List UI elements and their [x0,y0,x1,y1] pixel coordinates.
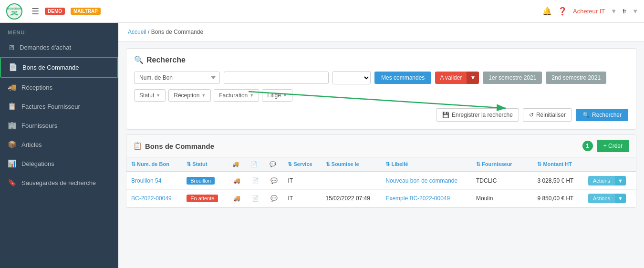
actions-group-0: Actions ▼ [588,176,631,186]
language-selector[interactable]: fr [623,8,626,15]
logo: BOOMERANG WEB [6,3,23,20]
breadcrumb: Accueil / Bons de Commande [118,23,644,41]
sidebar-item-fournisseurs[interactable]: 🏢 Fournisseurs [0,116,118,135]
breadcrumb-current: Bons de Commande [151,29,203,35]
search-field-select[interactable]: Num. de Bon [134,72,220,84]
notification-icon[interactable]: 🔔 [542,7,552,16]
svg-text:WEB: WEB [11,10,17,13]
msg-icon-row1: 💬 [270,195,278,202]
enregistrer-button[interactable]: 💾 Enregistrer la recherche [436,108,519,122]
th-soumise-le[interactable]: ⇅ Soumise le [321,157,381,172]
sidebar-item-delegations[interactable]: 📊 Délégations [0,154,118,173]
facturation-arrow-icon: ▼ [249,93,254,98]
sidebar-item-sauvegardes[interactable]: 🔖 Sauvegardes de recherche [0,173,118,192]
th-libelle[interactable]: ⇅ Libellé [381,157,471,172]
cell-libelle-0: Nouveau bon de commande [381,172,471,190]
data-table: ⇅ Num. de Bon ⇅ Statut 🚚 📄 [126,157,636,207]
1er-semestre-button[interactable]: 1er semestre 2021 [483,72,542,84]
msg-col-icon: 💬 [270,161,276,167]
actions-button-1[interactable]: Actions [588,194,615,203]
table-title-icon: 📋 [133,142,142,150]
2nd-semestre-button[interactable]: 2nd semestre 2021 [546,72,606,84]
libelle-link-0[interactable]: Nouveau bon de commande [385,177,457,184]
filter-reception-button[interactable]: Réception ▼ [168,89,211,102]
th-service[interactable]: ⇅ Service [283,157,321,172]
a-valider-group: A valider ▼ [435,72,479,84]
cell-truck-1: 🚚 [228,190,246,207]
search-value-select[interactable] [332,71,371,84]
creer-button[interactable]: + Créer [597,140,629,152]
th-empty [522,157,532,172]
search-btn-icon: 🔍 [582,112,590,118]
truck-icon-row0: 🚚 [233,177,240,184]
search-title: 🔍 Recherche [134,55,628,64]
reception-arrow-icon: ▼ [201,93,206,98]
doc-icon-row1: 📄 [252,195,259,202]
user-menu[interactable]: Acheteur IT [573,8,605,15]
filter-litige-button[interactable]: Litige ▼ [262,89,292,102]
th-num-bon[interactable]: ⇅ Num. de Bon [126,157,182,172]
topbar-right: 🔔 ❓ Acheteur IT ▼ fr ▼ [542,7,638,16]
topbar: BOOMERANG WEB ☰ DEMO MAILTRAP 🔔 ❓ Achete… [0,0,644,23]
cell-soumise-0 [321,172,381,190]
doc-col-icon: 📄 [251,161,258,167]
count-badge: 1 [582,141,593,151]
breadcrumb-home[interactable]: Accueil [128,29,146,35]
mes-commandes-button[interactable]: Mes commandes [374,72,431,84]
th-montant-ht[interactable]: ⇅ Montant HT [532,157,583,172]
sidebar-item-bons-commande[interactable]: 📄 Bons de Commande [0,57,118,78]
sidebar-item-receptions[interactable]: 🚚 Réceptions [0,78,118,97]
bookmark-icon: 🔖 [8,178,17,187]
monitor-icon: 🖥 [8,43,15,52]
reset-icon: ↺ [529,112,534,118]
table-header: 📋 Bons de Commande 1 + Créer [126,135,636,157]
hamburger-menu[interactable]: ☰ [31,6,39,17]
a-valider-button[interactable]: A valider [435,72,467,84]
help-icon[interactable]: ❓ [558,7,567,16]
sidebar-item-factures[interactable]: 📋 Factures Fournisseur [0,97,118,116]
sidebar-label-demandes-achat: Demandes d'achat [20,44,71,51]
sort-icon-statut: ⇅ [187,161,192,167]
cell-soumise-1: 15/02/2022 07:49 [321,190,381,207]
num-bon-link-0[interactable]: Brouillon 54 [131,177,161,184]
th-statut[interactable]: ⇅ Statut [182,157,228,172]
a-valider-dropdown[interactable]: ▼ [467,72,479,84]
rechercher-button[interactable]: 🔍 Rechercher [576,109,628,121]
cell-msg-1: 💬 [265,190,283,207]
table-section: 📋 Bons de Commande 1 + Créer ⇅ Num. de B… [126,134,636,208]
filter-facturation-button[interactable]: Facturation ▼ [214,89,259,102]
th-msg: 💬 [265,157,283,172]
table-header-row: ⇅ Num. de Bon ⇅ Statut 🚚 📄 [126,157,636,172]
statut-badge-0: Brouillon [187,177,215,185]
th-fournisseur[interactable]: ⇅ Fournisseur [471,157,522,172]
libelle-link-1[interactable]: Exemple BC-2022-00049 [385,195,450,202]
cell-fournisseur-0: TDCLIC [471,172,522,190]
search-actions: 💾 Enregistrer la recherche ↺ Réinitialis… [134,108,628,122]
cell-montant-1: 9 850,00 € HT [532,190,583,207]
table-row: BC-2022-00049 En attente 🚚 📄 💬 [126,190,636,207]
reinitialiser-button[interactable]: ↺ Réinitialiser [523,108,572,122]
statut-badge-1: En attente [187,195,218,202]
actions-button-0[interactable]: Actions [588,176,615,186]
num-bon-link-1[interactable]: BC-2022-00049 [131,195,172,202]
filter-statut-button[interactable]: Statut ▼ [134,89,166,102]
cell-msg-0: 💬 [265,172,283,190]
statut-arrow-icon: ▼ [156,93,160,98]
sidebar-label-fournisseurs: Fournisseurs [21,122,57,129]
badge-mailtrap: MAILTRAP [71,8,101,15]
save-icon: 💾 [442,112,449,118]
sidebar-item-articles[interactable]: 📦 Articles [0,135,118,154]
cell-doc-1: 📄 [246,190,265,207]
cell-fournisseur-1: Moulin [471,190,522,207]
sidebar-label-articles: Articles [21,141,42,148]
cell-service-0: IT [283,172,321,190]
cell-num-bon-1: BC-2022-00049 [126,190,182,207]
actions-dropdown-1[interactable]: ▼ [615,194,626,203]
box-icon: 📦 [8,140,17,149]
sidebar-item-demandes-achat[interactable]: 🖥 Demandes d'achat [0,38,118,57]
doc-icon-row0: 📄 [252,177,259,184]
sort-icon-service: ⇅ [288,161,293,167]
actions-dropdown-0[interactable]: ▼ [615,176,626,186]
search-input[interactable] [224,72,329,84]
search-icon: 🔍 [134,55,144,64]
